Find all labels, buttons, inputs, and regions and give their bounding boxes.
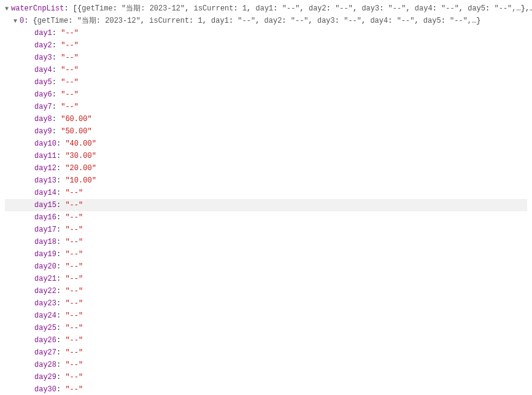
- prop-key: day23: [34, 299, 56, 308]
- prop-row[interactable]: day27: "--": [5, 346, 527, 359]
- prop-row[interactable]: day26: "--": [5, 334, 527, 346]
- prop-key: day16: [34, 213, 56, 222]
- prop-key: day3: [34, 53, 52, 62]
- prop-key: day1: [34, 29, 52, 37]
- prop-value: "--": [65, 311, 83, 320]
- prop-key: day20: [34, 262, 56, 271]
- prop-key: day15: [34, 201, 56, 209]
- prop-value: "--": [65, 336, 83, 345]
- prop-row[interactable]: day12: "20.00": [5, 162, 527, 174]
- prop-value: "--": [65, 250, 83, 259]
- prop-value: "--": [65, 373, 83, 381]
- prop-value: "60.00": [61, 115, 91, 123]
- prop-row[interactable]: day30: "--": [5, 383, 527, 395]
- prop-row[interactable]: day13: "10.00": [5, 174, 527, 187]
- prop-key: day12: [34, 164, 56, 173]
- prop-value: "30.00": [65, 152, 96, 160]
- prop-key: day18: [34, 238, 56, 246]
- prop-value: "--": [61, 90, 79, 99]
- prop-value: "20.00": [65, 164, 96, 173]
- prop-key: day8: [34, 115, 52, 123]
- prop-value: "--": [61, 29, 79, 37]
- prop-value: "--": [65, 225, 83, 234]
- chevron-down-icon[interactable]: ▼: [5, 4, 11, 14]
- prop-value: "--": [61, 78, 79, 87]
- prop-row[interactable]: day23: "--": [5, 297, 527, 310]
- json-tree: ▼waterCnpList: [{getTime: "当期: 2023-12",…: [5, 2, 527, 395]
- root-preview: [{getTime: "当期: 2023-12", isCurrent: 1, …: [73, 4, 532, 13]
- prop-row[interactable]: day14: "--": [5, 187, 527, 199]
- prop-key: day13: [34, 176, 56, 185]
- prop-key: day2: [34, 41, 52, 50]
- prop-value: "--": [65, 201, 83, 209]
- prop-row[interactable]: day15: "--": [5, 199, 527, 211]
- prop-value: "10.00": [65, 176, 96, 185]
- prop-key: day27: [34, 348, 56, 357]
- prop-value: "50.00": [61, 127, 91, 136]
- prop-value: "40.00": [65, 139, 96, 148]
- prop-row[interactable]: day18: "--": [5, 236, 527, 248]
- prop-key: day6: [34, 90, 52, 99]
- prop-row[interactable]: day17: "--": [5, 224, 527, 236]
- item-0-row[interactable]: ▼0: {getTime: "当期: 2023-12", isCurrent: …: [5, 15, 527, 27]
- prop-key: day17: [34, 225, 56, 234]
- prop-key: day7: [34, 103, 52, 111]
- prop-key: day4: [34, 66, 52, 74]
- prop-row[interactable]: day24: "--": [5, 310, 527, 322]
- prop-value: "--": [65, 299, 83, 308]
- prop-value: "--": [65, 348, 83, 357]
- prop-key: day25: [34, 324, 56, 332]
- prop-row[interactable]: day16: "--": [5, 211, 527, 224]
- prop-value: "--": [65, 189, 83, 197]
- prop-value: "--": [61, 53, 79, 62]
- prop-row[interactable]: day10: "40.00": [5, 138, 527, 150]
- prop-row[interactable]: day25: "--": [5, 322, 527, 334]
- root-row[interactable]: ▼waterCnpList: [{getTime: "当期: 2023-12",…: [5, 2, 527, 15]
- prop-key: day14: [34, 189, 56, 197]
- prop-key: day5: [34, 78, 52, 87]
- prop-key: day21: [34, 275, 56, 283]
- prop-key: day9: [34, 127, 52, 136]
- prop-value: "--": [65, 275, 83, 283]
- prop-row[interactable]: day1: "--": [5, 27, 527, 39]
- prop-value: "--": [65, 262, 83, 271]
- prop-key: day26: [34, 336, 56, 345]
- prop-row[interactable]: day20: "--": [5, 260, 527, 273]
- prop-value: "--": [65, 287, 83, 295]
- item-0-preview: {getTime: "当期: 2023-12", isCurrent: 1, d…: [33, 17, 481, 25]
- prop-row[interactable]: day7: "--": [5, 101, 527, 113]
- prop-value: "--": [65, 385, 83, 394]
- prop-row[interactable]: day29: "--": [5, 371, 527, 383]
- prop-value: "--": [65, 324, 83, 332]
- prop-row[interactable]: day3: "--": [5, 52, 527, 64]
- prop-row[interactable]: day21: "--": [5, 273, 527, 285]
- prop-value: "--": [61, 103, 79, 111]
- prop-key: day28: [34, 361, 56, 369]
- prop-value: "--": [65, 238, 83, 246]
- prop-key: day22: [34, 287, 56, 295]
- prop-value: "--": [65, 213, 83, 222]
- root-key: waterCnpList: [11, 4, 64, 13]
- prop-key: day10: [34, 139, 56, 148]
- prop-row[interactable]: day28: "--": [5, 359, 527, 371]
- prop-row[interactable]: day9: "50.00": [5, 125, 527, 138]
- prop-row[interactable]: day19: "--": [5, 248, 527, 260]
- prop-row[interactable]: day6: "--": [5, 88, 527, 101]
- prop-row[interactable]: day11: "30.00": [5, 150, 527, 162]
- prop-row[interactable]: day2: "--": [5, 39, 527, 52]
- prop-value: "--": [65, 361, 83, 369]
- prop-key: day30: [34, 385, 56, 394]
- prop-value: "--": [61, 66, 79, 74]
- prop-value: "--": [61, 41, 79, 50]
- prop-row[interactable]: day5: "--": [5, 76, 527, 88]
- prop-key: day29: [34, 373, 56, 381]
- chevron-down-icon[interactable]: ▼: [13, 17, 20, 26]
- prop-key: day19: [34, 250, 56, 259]
- prop-row[interactable]: day22: "--": [5, 285, 527, 297]
- prop-row[interactable]: day4: "--": [5, 64, 527, 76]
- prop-row[interactable]: day8: "60.00": [5, 113, 527, 125]
- prop-key: day24: [34, 311, 56, 320]
- prop-key: day11: [34, 152, 56, 160]
